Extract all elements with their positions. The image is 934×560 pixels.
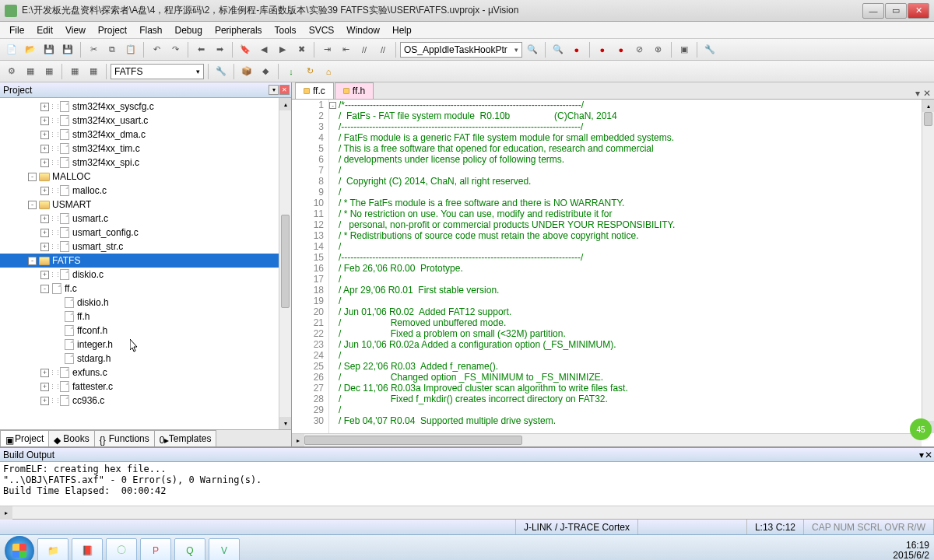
scroll-up-arrow[interactable]: ▴ xyxy=(279,98,291,110)
tree-item[interactable]: +⋮⋮stm32f4xx_syscfg.c xyxy=(0,100,291,114)
tree-item[interactable]: +⋮⋮cc936.c xyxy=(0,394,291,408)
tree-item[interactable]: ff.h xyxy=(0,310,291,324)
tree-toggle[interactable]: + xyxy=(40,117,49,125)
debug-button[interactable]: 🔍 xyxy=(550,41,567,58)
menu-debug[interactable]: Debug xyxy=(169,23,209,37)
redo-button[interactable]: ↷ xyxy=(167,41,184,58)
manage-button[interactable]: 📦 xyxy=(238,63,255,80)
tree-item[interactable]: ffconf.h xyxy=(0,324,291,338)
tree-toggle[interactable]: + xyxy=(40,145,49,153)
verify-button[interactable]: ⌂ xyxy=(320,63,337,80)
tree-item[interactable]: +⋮⋮exfuns.c xyxy=(0,366,291,380)
record-button[interactable]: ● xyxy=(594,41,611,58)
download-button[interactable]: ↓ xyxy=(283,63,300,80)
tree-item[interactable]: +⋮⋮usmart.c xyxy=(0,212,291,226)
kill-bp-button[interactable]: ⊗ xyxy=(650,41,667,58)
project-tree[interactable]: +⋮⋮stm32f4xx_syscfg.c+⋮⋮stm32f4xx_usart.… xyxy=(0,98,291,429)
taskbar-powerpoint[interactable]: P xyxy=(140,538,171,561)
tree-item[interactable]: +⋮⋮stm32f4xx_usart.c xyxy=(0,114,291,128)
pane-tab-templates[interactable]: 0▸Templates xyxy=(154,430,217,446)
pane-pin-button[interactable]: ▾ xyxy=(919,450,924,460)
erase-button[interactable]: ↻ xyxy=(301,63,318,80)
comment-button[interactable]: // xyxy=(356,41,373,58)
target-select[interactable]: FATFS xyxy=(111,64,204,79)
stop-record-button[interactable]: ● xyxy=(613,41,630,58)
pane-close-button[interactable]: ✕ xyxy=(925,450,932,460)
pane-tab-books[interactable]: ◆Books xyxy=(48,430,94,446)
tree-item[interactable]: +⋮⋮usmart_str.c xyxy=(0,240,291,254)
tree-item[interactable]: diskio.h xyxy=(0,296,291,310)
taskbar-explorer[interactable]: 📁 xyxy=(37,538,68,561)
tree-toggle[interactable]: + xyxy=(40,159,49,167)
scroll-right-arrow[interactable]: ▸ xyxy=(292,434,304,446)
maximize-button[interactable]: ▭ xyxy=(885,3,907,19)
tab-dropdown-button[interactable]: ▾ xyxy=(915,88,920,99)
tree-toggle[interactable]: + xyxy=(40,187,49,195)
tree-toggle[interactable]: + xyxy=(40,243,49,251)
tree-item[interactable]: -FATFS xyxy=(0,254,291,268)
start-button[interactable] xyxy=(5,536,34,561)
pane-pin-button[interactable]: ▾ xyxy=(269,85,279,95)
bookmark-prev-button[interactable]: ◀ xyxy=(255,41,272,58)
new-file-button[interactable]: 📄 xyxy=(3,41,20,58)
tree-item[interactable]: integer.h xyxy=(0,338,291,352)
menu-file[interactable]: File xyxy=(3,23,30,37)
rebuild-button[interactable]: ▦ xyxy=(40,63,58,80)
scroll-thumb-h[interactable] xyxy=(304,436,522,445)
build-output-text[interactable]: FromELF: creating hex file... "..\OBJ\FA… xyxy=(0,462,934,506)
scroll-up-arrow[interactable]: ▴ xyxy=(922,100,934,112)
save-all-button[interactable]: 💾 xyxy=(59,41,76,58)
menu-peripherals[interactable]: Peripherals xyxy=(209,23,269,37)
find-button[interactable]: 🔍 xyxy=(524,41,541,58)
taskbar-app1[interactable]: Q xyxy=(174,538,205,561)
tree-item[interactable]: +⋮⋮malloc.c xyxy=(0,184,291,198)
tree-item[interactable]: +⋮⋮stm32f4xx_spi.c xyxy=(0,156,291,170)
editor-scrollbar-h[interactable]: ◂ ▸ xyxy=(292,433,922,446)
tree-item[interactable]: -MALLOC xyxy=(0,170,291,184)
bookmark-button[interactable]: 🔖 xyxy=(237,41,254,58)
tree-item[interactable]: -ff.c xyxy=(0,282,291,296)
tree-item[interactable]: +⋮⋮diskio.c xyxy=(0,268,291,282)
window-button[interactable]: ▣ xyxy=(676,41,693,58)
close-button[interactable]: ✕ xyxy=(908,3,929,19)
tree-toggle[interactable]: + xyxy=(40,397,49,405)
nav-back-button[interactable]: ⬅ xyxy=(192,41,209,58)
menu-project[interactable]: Project xyxy=(92,23,133,37)
tab-close-button[interactable]: ✕ xyxy=(923,88,931,99)
save-button[interactable]: 💾 xyxy=(40,41,58,58)
menu-flash[interactable]: Flash xyxy=(133,23,168,37)
fold-column[interactable]: - xyxy=(329,100,337,446)
tree-toggle[interactable]: - xyxy=(28,257,37,265)
editor-scrollbar-v[interactable]: ▴ ▾ xyxy=(922,100,934,433)
undo-button[interactable]: ↶ xyxy=(148,41,165,58)
fold-toggle[interactable]: - xyxy=(329,102,336,109)
tree-item[interactable]: stdarg.h xyxy=(0,352,291,366)
tray-clock[interactable]: 16:19 2015/6/2 xyxy=(893,541,929,561)
scroll-thumb[interactable] xyxy=(281,215,290,308)
options-button[interactable]: 🔧 xyxy=(212,63,230,80)
build-button[interactable]: ▦ xyxy=(22,63,39,80)
open-file-button[interactable]: 📂 xyxy=(22,41,39,58)
bookmark-clear-button[interactable]: ✖ xyxy=(293,41,310,58)
tree-toggle[interactable]: - xyxy=(28,173,37,181)
breakpoint-button[interactable]: ● xyxy=(568,41,585,58)
pane-close-button[interactable]: ✕ xyxy=(279,85,290,95)
menu-tools[interactable]: Tools xyxy=(269,23,303,37)
system-tray[interactable]: 16:19 2015/6/2 xyxy=(893,541,929,561)
indent-button[interactable]: ⇥ xyxy=(318,41,335,58)
build-scrollbar-h[interactable]: ◂ ▸ xyxy=(0,506,934,519)
tree-toggle[interactable]: + xyxy=(40,383,49,391)
tree-toggle[interactable]: + xyxy=(40,131,49,139)
menu-view[interactable]: View xyxy=(59,23,92,37)
select-packs-button[interactable]: ◆ xyxy=(257,63,274,80)
tree-item[interactable]: +⋮⋮fattester.c xyxy=(0,380,291,394)
code-editor[interactable]: 1234567891011121314151617181920212223242… xyxy=(292,100,934,446)
paste-button[interactable]: 📋 xyxy=(122,41,139,58)
batch-build-button[interactable]: ▦ xyxy=(66,63,83,80)
minimize-button[interactable]: — xyxy=(862,3,884,19)
pane-tab-project[interactable]: ▣Project xyxy=(0,430,49,446)
taskbar-uvision[interactable]: V xyxy=(209,538,240,561)
tree-scrollbar[interactable]: ▴ ▾ xyxy=(279,98,291,429)
uncomment-button[interactable]: // xyxy=(374,41,392,58)
taskbar-browser[interactable]: 〇 xyxy=(106,538,137,561)
